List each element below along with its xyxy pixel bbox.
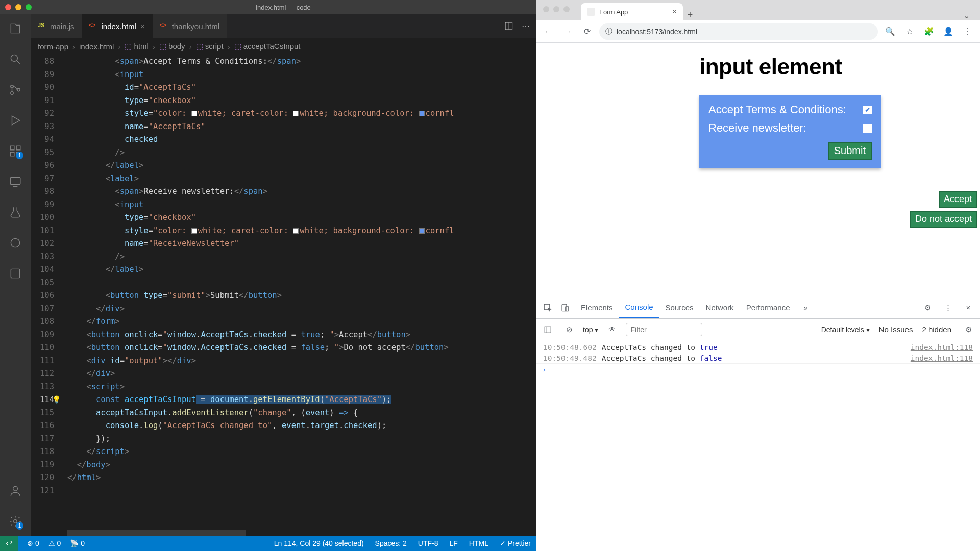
editor-tab[interactable]: JSmain.js xyxy=(31,14,82,38)
cursor-position[interactable]: Ln 114, Col 29 (40 selected) xyxy=(274,539,364,547)
extensions-puzzle-icon[interactable]: 🧩 xyxy=(922,24,936,39)
code-line[interactable]: 118 </script> xyxy=(31,445,536,459)
search-icon[interactable] xyxy=(6,50,24,68)
code-line[interactable]: 112 </div> xyxy=(31,367,536,381)
breadcrumb-item[interactable]: ⬚ body xyxy=(159,42,185,51)
devtools-tab[interactable]: Elements xyxy=(575,296,619,318)
console-log-row[interactable]: 10:50:48.602AcceptTaCs changed to truein… xyxy=(536,342,980,353)
code-line[interactable]: 90 id="AcceptTaCs" xyxy=(31,81,536,94)
remote-indicator[interactable] xyxy=(0,536,18,551)
devtools-close-icon[interactable]: × xyxy=(961,300,976,315)
console-prompt[interactable]: › xyxy=(536,364,980,376)
code-line[interactable]: 108 </form> xyxy=(31,315,536,329)
code-line[interactable]: 115 acceptTaCsInput.addEventListener("ch… xyxy=(31,407,536,420)
code-line[interactable]: 117 }); xyxy=(31,433,536,446)
code-line[interactable]: 99 <input xyxy=(31,198,536,212)
source-control-icon[interactable] xyxy=(6,81,24,99)
code-line[interactable]: 95 /> xyxy=(31,146,536,160)
code-line[interactable]: 💡114 const acceptTaCsInput = document.ge… xyxy=(31,393,536,407)
devtools-tab[interactable]: Sources xyxy=(659,296,700,318)
editor-tab[interactable]: <>thankyou.html xyxy=(153,14,227,38)
browser-menu-icon[interactable]: ⋮ xyxy=(961,24,975,39)
newsletter-checkbox[interactable] xyxy=(863,124,872,133)
browser-minimize-icon[interactable] xyxy=(553,6,559,12)
profile-avatar-icon[interactable]: 👤 xyxy=(941,24,955,39)
explorer-icon[interactable] xyxy=(6,19,24,38)
breadcrumb-item[interactable]: ⬚ script xyxy=(196,42,224,51)
code-line[interactable]: 88 <span>Accept Terms & Conditions:</spa… xyxy=(31,55,536,68)
code-line[interactable]: 89 <input xyxy=(31,68,536,82)
do-not-accept-button[interactable]: Do not accept xyxy=(910,211,977,228)
code-line[interactable]: 100 type="checkbox" xyxy=(31,211,536,224)
code-line[interactable]: 109 <button onclick="window.AcceptTaCs.c… xyxy=(31,329,536,342)
indentation[interactable]: Spaces: 2 xyxy=(375,539,407,547)
device-toggle-icon[interactable] xyxy=(557,300,573,315)
code-line[interactable]: 116 console.log("AcceptTaCs changed to",… xyxy=(31,419,536,433)
minimize-window-icon[interactable] xyxy=(15,4,21,10)
browser-close-icon[interactable] xyxy=(543,6,549,12)
eol[interactable]: LF xyxy=(450,539,458,547)
editor-tab[interactable]: <>index.html× xyxy=(82,14,153,38)
code-line[interactable]: 97 <label> xyxy=(31,172,536,186)
warnings-count[interactable]: ⚠ 0 xyxy=(48,539,61,547)
log-source-link[interactable]: index.html:118 xyxy=(911,354,973,362)
devtools-tab[interactable]: Performance xyxy=(740,296,796,318)
extra-icon-2[interactable] xyxy=(6,264,24,283)
remote-explorer-icon[interactable] xyxy=(6,172,24,191)
lightbulb-icon[interactable]: 💡 xyxy=(52,393,61,407)
browser-tab[interactable]: Form App × xyxy=(581,3,683,20)
inspect-element-icon[interactable] xyxy=(540,300,555,315)
code-line[interactable]: 94 checked xyxy=(31,133,536,146)
devtools-tab[interactable]: Network xyxy=(700,296,740,318)
tab-close-icon[interactable]: × xyxy=(140,22,145,31)
code-line[interactable]: 101 style="color: white; caret-color: wh… xyxy=(31,224,536,238)
language-mode[interactable]: HTML xyxy=(469,539,488,547)
console-log-row[interactable]: 10:50:49.482AcceptTaCs changed to falsei… xyxy=(536,353,980,364)
code-line[interactable]: 111 <div id="output"></div> xyxy=(31,355,536,368)
code-line[interactable]: 92 style="color: white; caret-color: whi… xyxy=(31,107,536,120)
log-source-link[interactable]: index.html:118 xyxy=(911,343,973,352)
reload-icon[interactable]: ⟳ xyxy=(580,24,594,39)
close-window-icon[interactable] xyxy=(5,4,11,10)
code-line[interactable]: 113 <script> xyxy=(31,381,536,394)
clear-console-icon[interactable]: ⊘ xyxy=(561,322,577,337)
code-line[interactable]: 104 </label> xyxy=(31,263,536,277)
code-editor[interactable]: 88 <span>Accept Terms & Conditions:</spa… xyxy=(31,55,536,536)
live-expression-icon[interactable]: 👁 xyxy=(604,322,620,337)
code-line[interactable]: 105 xyxy=(31,277,536,290)
console-sidebar-icon[interactable] xyxy=(540,322,555,337)
code-line[interactable]: 107 </div> xyxy=(31,303,536,316)
run-debug-icon[interactable] xyxy=(6,111,24,130)
tab-close-icon[interactable]: × xyxy=(672,7,677,16)
devtools-tab[interactable]: Console xyxy=(619,296,659,318)
console-settings-icon[interactable]: ⚙ xyxy=(961,322,976,337)
code-line[interactable]: 98 <span>Receive newsletter:</span> xyxy=(31,185,536,198)
errors-count[interactable]: ⊗ 0 xyxy=(27,539,39,547)
breadcrumb-item[interactable]: ⬚ acceptTaCsInput xyxy=(234,42,301,51)
zoom-icon[interactable]: 🔍 xyxy=(883,24,897,39)
issues-indicator[interactable]: No Issues xyxy=(879,325,913,334)
test-icon[interactable] xyxy=(6,203,24,221)
address-bar[interactable]: ⓘ localhost:5173/index.html xyxy=(599,23,878,40)
accept-button[interactable]: Accept xyxy=(939,191,977,208)
code-line[interactable]: 119 </body> xyxy=(31,459,536,472)
breadcrumb-item[interactable]: index.html xyxy=(79,42,114,51)
code-line[interactable]: 120</html> xyxy=(31,471,536,485)
account-icon[interactable] xyxy=(6,482,24,500)
nav-back-icon[interactable]: ← xyxy=(541,24,555,39)
extensions-icon[interactable]: 1 xyxy=(6,142,24,160)
console-filter-input[interactable] xyxy=(626,323,702,336)
hidden-count[interactable]: 2 hidden xyxy=(922,325,951,334)
tab-dropdown-icon[interactable]: ⌄ xyxy=(958,11,975,20)
split-editor-icon[interactable] xyxy=(504,21,513,31)
submit-button[interactable]: Submit xyxy=(828,142,872,160)
code-line[interactable]: 121 xyxy=(31,485,536,498)
browser-maximize-icon[interactable] xyxy=(564,6,570,12)
log-levels-selector[interactable]: Default levels ▾ xyxy=(821,325,870,334)
formatter[interactable]: ✓ Prettier xyxy=(500,539,531,547)
context-selector[interactable]: top ▾ xyxy=(583,325,598,334)
gear-icon[interactable]: 1 xyxy=(6,512,24,531)
more-actions-icon[interactable]: ⋯ xyxy=(522,21,530,31)
ports-count[interactable]: 📡 0 xyxy=(70,539,85,547)
code-line[interactable]: 93 name="AcceptTaCs" xyxy=(31,120,536,134)
